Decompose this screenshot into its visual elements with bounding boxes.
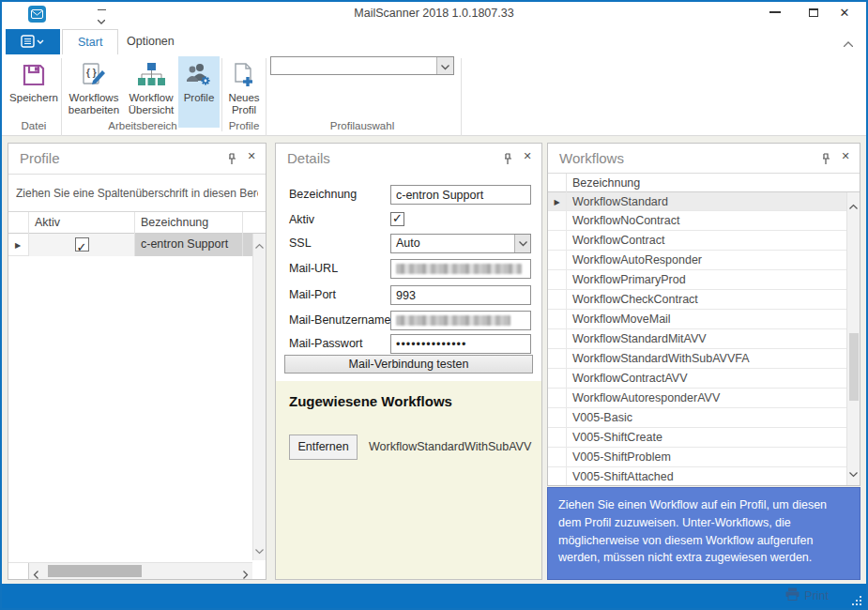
workflow-row[interactable]: WorkflowStandardMitAVV: [548, 329, 846, 349]
workflows-panel-header: Workflows ✕: [548, 144, 860, 174]
vertical-scroll-thumb[interactable]: [849, 333, 859, 401]
select-dropdown-icon[interactable]: [514, 235, 530, 252]
workflow-uebersicht-button[interactable]: Workflow Übersicht: [125, 56, 177, 128]
ssl-select[interactable]: Auto: [390, 234, 531, 253]
workflows-bearbeiten-button[interactable]: { } Workflows bearbeiten: [64, 56, 124, 128]
column-header-aktiv[interactable]: Aktiv: [29, 212, 135, 234]
aktiv-checkbox[interactable]: [75, 237, 89, 252]
assigned-workflow-name: WorkflowStandardWithSubAVV: [369, 440, 531, 453]
aktiv-field-checkbox[interactable]: [390, 212, 404, 226]
neues-profil-button[interactable]: Neues Profil: [224, 56, 264, 128]
redacted-value: [396, 264, 522, 274]
column-header-partial[interactable]: [243, 212, 252, 234]
workspace: Profile ✕ Ziehen Sie eine Spaltenübersch…: [2, 136, 866, 584]
profile-bezeichnung-cell[interactable]: c-entron Support: [135, 234, 243, 256]
scroll-down-icon[interactable]: [255, 541, 264, 558]
profile-select-combobox[interactable]: [270, 56, 454, 75]
scrollbar-corner: [8, 563, 29, 579]
scroll-down-icon[interactable]: [849, 465, 858, 481]
field-label-mail-url: Mail-URL: [289, 262, 338, 275]
workflow-name: WorkflowAutoresponderAVV: [572, 391, 720, 404]
profile-row[interactable]: ▶ c-entron Support: [8, 234, 266, 256]
pin-icon[interactable]: [226, 152, 239, 165]
column-header-bezeichnung[interactable]: Bezeichnung: [572, 176, 640, 190]
remove-workflow-button[interactable]: Entfernen: [289, 435, 358, 460]
pin-icon[interactable]: [820, 152, 833, 165]
profiles-panel-header: Profile ✕: [8, 144, 266, 174]
workflow-row[interactable]: WorkflowContractAVV: [548, 369, 846, 389]
profiles-vertical-scrollbar[interactable]: [252, 234, 266, 560]
redacted-value: [396, 315, 510, 326]
workflow-row[interactable]: WorkflowAutoresponderAVV: [548, 389, 846, 408]
tab-optionen[interactable]: Optionen: [112, 29, 190, 54]
workflow-row[interactable]: WorkflowStandardWithSubAVVFA: [548, 349, 846, 369]
save-button[interactable]: Speichern: [9, 56, 58, 128]
scroll-right-icon[interactable]: [243, 566, 249, 583]
mail-passwort-field[interactable]: [390, 334, 531, 354]
horizontal-scroll-thumb[interactable]: [48, 565, 142, 577]
workflows-panel: Workflows ✕ Bezeichnung ▶ WorkflowStanda…: [547, 143, 860, 486]
workflow-row[interactable]: WorkflowPrimaryProd: [548, 270, 846, 290]
profile-button[interactable]: Profile: [178, 56, 220, 128]
workflow-name: V005-Basic: [572, 411, 632, 424]
printer-icon: [785, 587, 799, 603]
ribbon-tab-row: Start Optionen: [2, 26, 866, 54]
combobox-dropdown-icon[interactable]: [436, 57, 453, 74]
row-indicator: ▶: [548, 192, 567, 212]
workflows-list: ▶ WorkflowStandard WorkflowNoContract Wo…: [548, 192, 846, 485]
group-by-area[interactable]: Ziehen Sie eine Spaltenüberschrift in di…: [8, 174, 266, 212]
row-indicator: [548, 467, 567, 485]
mail-benutzername-field[interactable]: [390, 311, 531, 330]
profiles-horizontal-scrollbar[interactable]: [8, 562, 252, 579]
workflow-name: WorkflowContractAVV: [572, 372, 688, 385]
workflow-name: V005-ShiftAttached: [572, 470, 674, 483]
maximize-button[interactable]: [799, 2, 828, 24]
test-mail-connection-button[interactable]: Mail-Verbindung testen: [284, 355, 533, 374]
bezeichnung-field[interactable]: [390, 185, 531, 205]
workflow-row[interactable]: V005-Basic: [548, 408, 846, 428]
close-icon[interactable]: ✕: [839, 150, 852, 163]
workflow-row[interactable]: WorkflowNoContract: [548, 211, 846, 231]
row-indicator: [548, 389, 567, 408]
profiles-grid-header: Aktiv Bezeichnung: [8, 212, 266, 234]
svg-text:{ }: { }: [86, 68, 97, 78]
workflow-row[interactable]: WorkflowCheckContract: [548, 290, 846, 310]
collapse-ribbon-icon[interactable]: [844, 34, 860, 49]
workflow-row[interactable]: WorkflowContract: [548, 231, 846, 251]
scroll-up-icon[interactable]: [255, 236, 264, 252]
tab-start[interactable]: Start: [62, 29, 118, 54]
mail-port-field[interactable]: [390, 285, 531, 305]
group-label-profilauswahl: Profilauswahl: [270, 118, 454, 133]
close-button[interactable]: ✕: [830, 2, 859, 24]
scroll-up-icon[interactable]: [849, 196, 858, 213]
workflows-vertical-scrollbar[interactable]: [846, 192, 860, 485]
application-menu-button[interactable]: [6, 29, 60, 54]
info-text: Ziehen Sie einen Workflow auf ein Profil…: [558, 496, 849, 567]
new-document-icon: [224, 58, 264, 92]
workflow-row[interactable]: WorkflowMoveMail: [548, 310, 846, 329]
group-by-hint: Ziehen Sie eine Spaltenüberschrift in di…: [16, 187, 258, 200]
close-icon[interactable]: ✕: [245, 150, 258, 163]
minimize-button[interactable]: [761, 2, 789, 24]
details-panel: Details ✕ Bezeichnung Aktiv SSL Auto: [275, 143, 542, 580]
profile-extra-cell[interactable]: [243, 234, 252, 256]
profile-aktiv-cell[interactable]: [29, 234, 135, 256]
row-indicator: [548, 448, 567, 467]
ribbon: Speichern { } Workflows bearbeiten Workf…: [2, 54, 866, 136]
workflow-row[interactable]: V005-ShiftCreate: [548, 428, 846, 448]
print-button[interactable]: Print: [785, 587, 829, 603]
workflow-row[interactable]: V005-ShiftProblem: [548, 448, 846, 467]
workflow-name: WorkflowCheckContract: [572, 293, 698, 306]
workflow-name: WorkflowContract: [572, 234, 664, 247]
row-indicator: ▶: [8, 234, 29, 256]
row-indicator: [548, 251, 567, 270]
workflow-row[interactable]: WorkflowAutoResponder: [548, 251, 846, 270]
workflow-row[interactable]: ▶ WorkflowStandard: [548, 192, 846, 211]
pin-icon[interactable]: [502, 152, 515, 165]
workflow-row[interactable]: V005-ShiftAttached: [548, 467, 846, 485]
scroll-left-icon[interactable]: [33, 566, 38, 583]
mail-url-field[interactable]: [390, 259, 531, 279]
column-header-bezeichnung[interactable]: Bezeichnung: [135, 212, 243, 234]
resize-grip[interactable]: [852, 596, 861, 605]
close-icon[interactable]: ✕: [521, 150, 534, 163]
